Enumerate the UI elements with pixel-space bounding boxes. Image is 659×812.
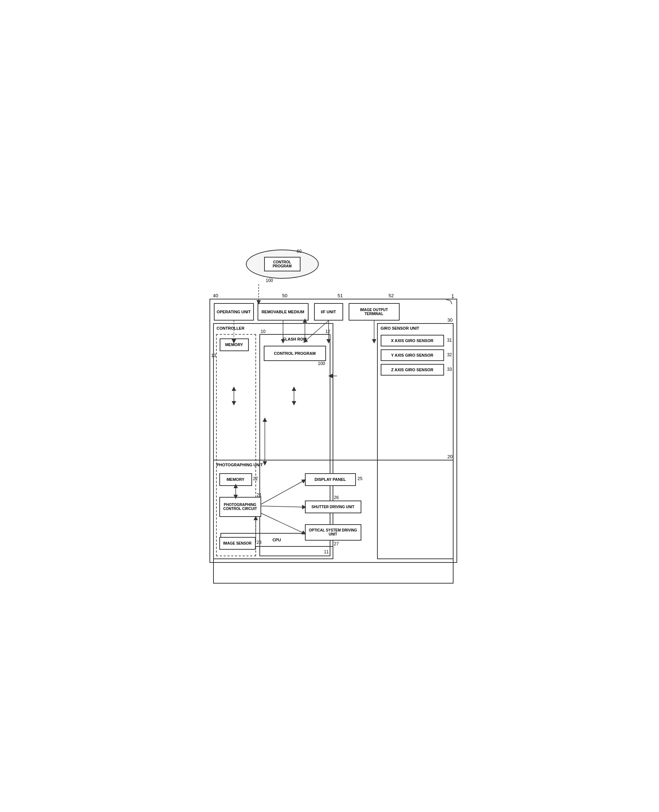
- ref-13-label: 13: [211, 353, 216, 358]
- display-panel-box-inner: DISPLAY PANEL: [305, 473, 356, 486]
- display-panel-wrapper: DISPLAY PANEL: [305, 473, 356, 486]
- ref-27-label: 27: [334, 541, 339, 546]
- disk-shape: CONTROL PROGRAM: [246, 249, 319, 290]
- ref-1: 1: [451, 293, 454, 299]
- main-outer-box: 40 50 51 52 OPERATING UNIT REMOVABLE MED…: [210, 299, 457, 563]
- removable-medium-label: REMOVABLE MEDIUM: [257, 303, 309, 320]
- shutter-wrapper: SHUTTER DRIVING UNIT: [305, 501, 361, 513]
- ref-40-label: 40: [213, 293, 218, 298]
- photographing-unit-label: PHOTOGRAPHING UNIT: [217, 463, 263, 467]
- ref-23-label: 23: [257, 540, 262, 545]
- if-unit-box: I/F UNIT: [314, 303, 343, 320]
- ref-50-label: 50: [282, 293, 287, 298]
- ref-25-label: 25: [358, 476, 363, 481]
- ref-20-label: 20: [447, 454, 452, 459]
- control-program-wrapper: CONTROL PROGRAM 100: [264, 346, 326, 361]
- image-output-box: IMAGE OUTPUT TERMINAL: [348, 303, 400, 320]
- svg-line-2: [261, 506, 304, 507]
- disk-label: CONTROL PROGRAM: [264, 257, 301, 271]
- ref-12-label: 12: [325, 329, 330, 334]
- giro-z-wrapper: Z AXIS GIRO SENSOR: [381, 364, 444, 375]
- ref-100-inner-label: 100: [318, 361, 325, 366]
- optical-wrapper: OPTICAL SYSTEM DRIVING UNIT: [305, 524, 361, 541]
- svg-line-1: [261, 481, 304, 504]
- photo-circuit-wrapper: PHOTOGRAPHING CONTROL CIRCUIT: [219, 497, 261, 517]
- shutter-box-inner: SHUTTER DRIVING UNIT: [305, 501, 361, 513]
- memory-13-box: MEMORY: [220, 338, 249, 351]
- operating-unit-label: OPERATING UNIT: [214, 303, 254, 320]
- optical-box-inner: OPTICAL SYSTEM DRIVING UNIT: [305, 524, 361, 541]
- control-program-inner-box: CONTROL PROGRAM: [264, 346, 326, 361]
- ref-31-label: 31: [447, 338, 452, 343]
- controller-label: CONTROLLER: [217, 326, 244, 330]
- memory-22-box: MEMORY: [219, 473, 252, 486]
- z-axis-giro-box: Z AXIS GIRO SENSOR: [381, 364, 444, 375]
- photo-circuit-box: PHOTOGRAPHING CONTROL CIRCUIT: [219, 497, 261, 517]
- ref-10-label: 10: [261, 329, 266, 334]
- x-axis-giro-box: X AXIS GIRO SENSOR: [381, 335, 444, 347]
- ref-26-label: 26: [334, 495, 339, 500]
- giro-x-wrapper: X AXIS GIRO SENSOR: [381, 335, 444, 347]
- image-output-label: IMAGE OUTPUT TERMINAL: [348, 303, 400, 320]
- image-sensor-wrapper: IMAGE SENSOR: [219, 537, 256, 550]
- giro-y-wrapper: Y AXIS GIRO SENSOR: [381, 349, 444, 361]
- ref-52-label: 52: [389, 293, 394, 298]
- ref-33-label: 33: [447, 367, 452, 372]
- photographing-unit-section: PHOTOGRAPHING UNIT 20 MEMORY 22 DISPLAY …: [213, 460, 454, 583]
- giro-sensor-unit-label: GIRO SENSOR UNIT: [381, 326, 419, 330]
- ref-32-label: 32: [447, 352, 452, 357]
- ref-100-disk: 100: [266, 278, 273, 283]
- ref-22-label: 22: [253, 476, 258, 481]
- removable-medium-box: REMOVABLE MEDIUM: [257, 303, 309, 320]
- flash-rom-label: FLASH ROM: [283, 337, 306, 341]
- memory-13-wrapper: MEMORY: [220, 338, 249, 351]
- svg-line-3: [261, 513, 304, 533]
- if-unit-label: I/F UNIT: [314, 303, 343, 320]
- ref-30-label: 30: [447, 317, 452, 323]
- operating-unit-box: OPERATING UNIT: [214, 303, 254, 320]
- ref-60: 60: [297, 249, 302, 254]
- ref-21-label: 21: [257, 492, 262, 498]
- memory-22-wrapper: MEMORY: [219, 473, 252, 486]
- ref-51-label: 51: [338, 293, 343, 298]
- image-sensor-box-inner: IMAGE SENSOR: [219, 537, 256, 550]
- y-axis-giro-box: Y AXIS GIRO SENSOR: [381, 349, 444, 361]
